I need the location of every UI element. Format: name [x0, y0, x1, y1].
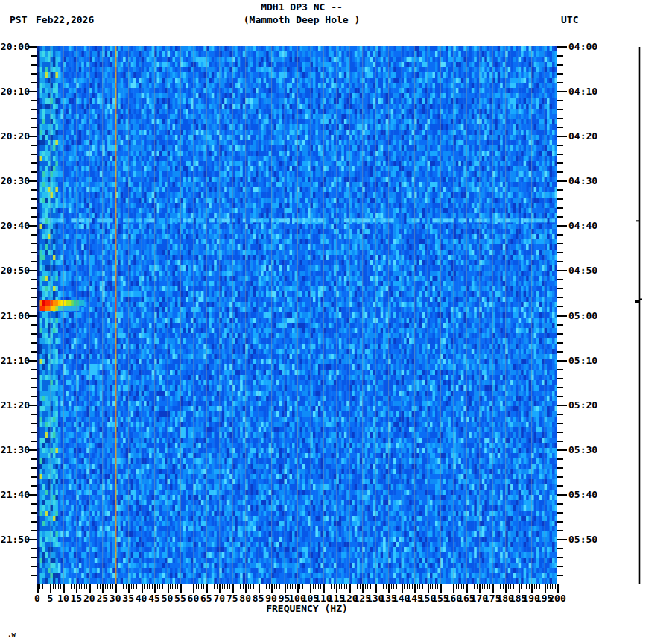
- tick-mark: [121, 584, 121, 589]
- tick-mark: [367, 584, 368, 589]
- timezone-right-label: UTC: [561, 15, 578, 25]
- x-axis-label: 30: [110, 593, 121, 603]
- tick-mark: [341, 584, 342, 589]
- tick-mark: [498, 584, 498, 589]
- tick-mark: [534, 584, 535, 589]
- tick-mark: [31, 261, 37, 262]
- tick-mark: [484, 584, 485, 589]
- page-subtitle: (Mammoth Deep Hole ): [244, 15, 361, 25]
- tick-mark: [31, 162, 37, 164]
- tick-mark: [253, 584, 254, 589]
- y-axis-label-right: 04:50: [568, 265, 597, 275]
- tick-mark: [557, 387, 563, 388]
- tick-mark: [162, 584, 163, 589]
- tick-mark: [326, 584, 326, 589]
- tick-mark: [550, 584, 551, 589]
- tick-mark: [302, 584, 303, 589]
- tick-mark: [557, 207, 563, 209]
- tick-mark: [305, 584, 305, 589]
- tick-mark: [557, 73, 563, 75]
- tick-mark: [45, 584, 45, 589]
- tick-mark: [149, 584, 150, 589]
- tick-mark: [86, 584, 87, 589]
- tick-mark: [209, 584, 209, 589]
- tick-mark: [557, 171, 563, 173]
- tick-mark: [557, 378, 563, 379]
- tick-mark: [435, 584, 436, 589]
- tick-mark: [360, 584, 361, 589]
- tick-mark: [256, 584, 256, 589]
- tick-mark: [539, 584, 540, 589]
- tick-mark: [346, 584, 347, 589]
- tick-mark: [557, 225, 567, 227]
- tick-mark: [365, 584, 366, 589]
- tick-mark: [177, 584, 178, 589]
- tick-mark: [313, 584, 314, 589]
- tick-mark: [31, 109, 37, 110]
- tick-mark: [526, 584, 527, 589]
- x-axis-label: 5: [48, 593, 54, 603]
- amplitude-trace: [633, 45, 647, 589]
- tick-mark: [557, 162, 563, 164]
- tick-mark: [224, 584, 225, 589]
- tick-mark: [557, 109, 563, 110]
- tick-mark: [425, 584, 425, 589]
- tick-mark: [31, 396, 37, 397]
- tick-mark: [31, 55, 37, 57]
- tick-mark: [547, 584, 548, 589]
- tick-mark: [31, 467, 37, 469]
- tick-mark: [66, 584, 66, 589]
- tick-mark: [557, 539, 567, 540]
- tick-mark: [60, 584, 61, 589]
- tick-mark: [557, 64, 563, 66]
- y-axis-label-left: 20:50: [0, 265, 30, 275]
- tick-mark: [31, 234, 37, 236]
- tick-mark: [175, 584, 176, 589]
- x-axis-label: 65: [200, 593, 212, 603]
- tick-mark: [373, 584, 373, 589]
- tick-mark: [446, 584, 446, 589]
- tick-mark: [74, 584, 75, 589]
- y-axis-label-left: 20:20: [0, 131, 30, 141]
- tick-mark: [31, 557, 37, 558]
- tick-mark: [308, 584, 308, 589]
- tick-mark: [107, 584, 108, 589]
- x-axis-label: 10: [57, 593, 69, 603]
- y-axis-label-left: 21:20: [0, 400, 30, 410]
- tick-mark: [238, 584, 238, 589]
- tick-mark: [191, 584, 191, 589]
- tick-mark: [557, 494, 567, 496]
- tick-mark: [510, 584, 511, 589]
- tick-mark: [31, 297, 37, 298]
- tick-mark: [31, 127, 37, 128]
- tick-mark: [136, 584, 137, 589]
- tick-mark: [152, 584, 153, 589]
- y-axis-label-left: 21:30: [0, 445, 30, 455]
- tick-mark: [529, 584, 530, 589]
- y-axis-label-right: 05:50: [568, 534, 597, 544]
- y-axis-label-left: 21:00: [0, 311, 30, 321]
- tick-mark: [95, 584, 95, 589]
- tick-mark: [42, 584, 43, 589]
- tick-mark: [100, 584, 101, 589]
- x-axis-label: 85: [253, 593, 264, 603]
- tick-mark: [516, 584, 516, 589]
- tick-mark: [92, 584, 92, 589]
- tick-mark: [183, 584, 183, 589]
- y-axis-label-left: 20:00: [0, 42, 30, 51]
- tick-mark: [557, 333, 563, 335]
- x-axis-label: 75: [226, 593, 238, 603]
- tick-mark: [31, 73, 37, 75]
- tick-mark: [31, 432, 37, 433]
- x-axis-label: 80: [239, 593, 251, 603]
- x-axis-label: 25: [96, 593, 108, 603]
- x-axis-label: 60: [188, 593, 200, 603]
- tick-mark: [409, 584, 410, 589]
- tick-mark: [31, 100, 37, 101]
- tick-mark: [31, 288, 37, 289]
- tick-mark: [461, 584, 462, 589]
- tick-mark: [240, 584, 241, 589]
- y-axis-label-right: 04:10: [568, 86, 597, 96]
- tick-mark: [84, 584, 85, 589]
- tick-mark: [334, 584, 335, 589]
